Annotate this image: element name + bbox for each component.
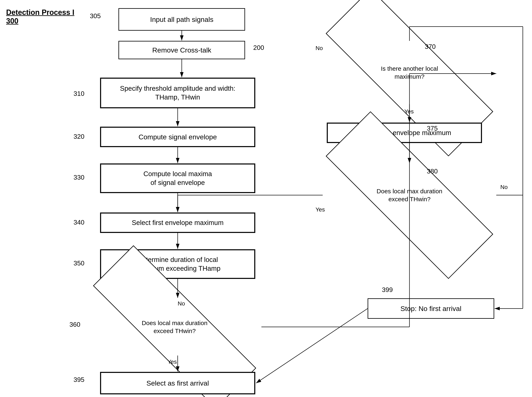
arrow-yes-2: Yes: [404, 108, 414, 115]
box-first-max: Select first envelope maximum: [100, 212, 255, 233]
arrow-yes-1: Yes: [167, 359, 177, 365]
diamond-text-2: Is there another local maximum?: [377, 62, 442, 82]
box-envelope: Compute signal envelope: [100, 127, 255, 147]
box-local-maxima: Compute local maxima of signal envelope: [100, 163, 255, 193]
box-stop: Stop: No first arrival: [368, 298, 494, 319]
label-380: 380: [427, 167, 438, 175]
diamond-duration2: Does local max duration exceed THwin?: [323, 163, 496, 227]
box-crosstalk: Remove Cross-talk: [118, 41, 245, 59]
label-330: 330: [73, 174, 84, 181]
title-line1: Detection Process I: [6, 8, 74, 17]
diamond-another-max: Is there another local maximum?: [323, 41, 496, 104]
label-200: 200: [253, 44, 264, 51]
label-350: 350: [73, 260, 84, 267]
label-360: 360: [69, 321, 80, 328]
box-select-first: Select as first arrival: [100, 372, 255, 394]
label-310: 310: [73, 90, 84, 98]
arrow-no-1: No: [178, 300, 185, 307]
label-305: 305: [90, 12, 101, 20]
box-threshold: Specify threshold amplitude and width: T…: [100, 78, 255, 108]
label-375: 375: [427, 125, 438, 132]
label-395: 395: [73, 376, 84, 384]
label-340: 340: [73, 219, 84, 226]
arrow-no-2: No: [316, 45, 323, 51]
label-399: 399: [382, 286, 393, 294]
diamond-text-1: Does local max duration exceed THwin?: [138, 317, 212, 337]
arrow-yes-3: Yes: [316, 206, 325, 213]
label-370: 370: [425, 43, 436, 50]
diamond-duration1: Does local max duration exceed THwin?: [88, 298, 261, 355]
box-input: Input all path signals: [118, 8, 245, 31]
title-area: Detection Process I 300: [6, 8, 74, 25]
diamond-text-3: Does local max duration exceed THwin?: [373, 185, 446, 205]
label-320: 320: [73, 133, 84, 140]
title-line2: 300: [6, 17, 74, 25]
arrow-no-3: No: [500, 184, 508, 190]
svg-line-21: [256, 309, 368, 383]
